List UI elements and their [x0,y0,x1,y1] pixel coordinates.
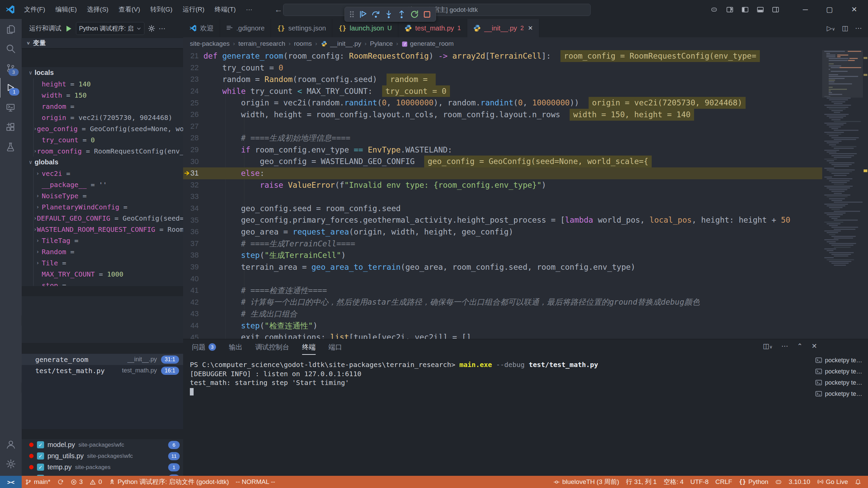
status-item[interactable]: UTF-8 [687,476,712,488]
panel-tab-端口[interactable]: 端口 [329,339,342,355]
menu-item-5[interactable]: 运行(R) [178,3,209,16]
line-number[interactable]: 29 [183,144,203,156]
split-terminal-icon[interactable]: ◫∨ [763,342,772,350]
status-item[interactable]: 3 [67,476,86,488]
settings-gear-icon[interactable] [0,454,22,474]
variable-group-globals[interactable]: ∨globals [22,157,183,168]
status-item[interactable]: Go Live [814,476,851,488]
variable-row[interactable]: ›NoiseType = [34,190,183,201]
status-item[interactable] [851,476,865,488]
variable-row[interactable]: height = 140 [34,78,183,89]
window-close-button[interactable]: ✕ [846,5,862,14]
editor-tab-__init__.py[interactable]: __init__.py2✕ [467,19,539,37]
variable-row[interactable]: ›vec2i = [34,168,183,179]
start-debug-icon[interactable] [65,25,73,33]
command-center-search[interactable]: [扩展开发宿主] godot-ldtk [283,4,591,16]
more-actions-icon[interactable]: ⋯ [781,342,788,350]
line-number[interactable]: 24 [183,85,203,97]
variable-row[interactable]: stop = [34,280,183,286]
line-number[interactable]: 25 [183,97,203,109]
layout-control-icon-4[interactable] [772,6,779,13]
line-number[interactable]: 34 [183,203,203,215]
variable-group-locals[interactable]: ∨locals [22,67,183,78]
breadcrumb-item[interactable]: Pylance [370,40,393,47]
activity-files-icon[interactable] [0,19,21,39]
line-number[interactable]: 28 [183,132,203,144]
breadcrumb-item[interactable]: fgenerate_room [401,40,454,47]
variable-row[interactable]: width = 150 [34,89,183,101]
debug-config-dropdown[interactable]: Python 调试程序: 启 [76,22,144,35]
line-number[interactable]: 41 [183,285,203,297]
panel-tab-问题[interactable]: 问题3 [192,339,216,355]
editor-tab-test_math.py[interactable]: test_math.py1 [398,19,468,37]
editor-tab-.gdignore[interactable]: .gdignore [220,19,271,37]
line-number[interactable]: 39 [183,261,203,273]
activity-extensions-icon[interactable] [0,117,21,137]
menu-item-0[interactable]: 文件(F) [20,3,50,16]
terminal-session-item[interactable]: pocketpy te… [815,388,866,400]
status-item[interactable]: 空格: 4 [660,476,687,488]
variable-row[interactable]: ›WASTELAND_ROOM_REQUEST_CONFIG = RoomR… [34,224,183,235]
variable-row[interactable]: ›TileTag = [34,235,183,246]
breakpoint-row[interactable]: ✓temp.pysite-packages1 [22,462,183,473]
variable-row[interactable]: try_count = 0 [34,134,183,145]
line-number[interactable]: 42 [183,296,203,308]
breadcrumb-item[interactable]: __init__.py [320,40,361,47]
breakpoint-checkbox[interactable]: ✓ [37,441,44,448]
close-panel-icon[interactable]: ✕ [811,342,817,350]
split-editor-icon[interactable]: ◫ [842,24,848,32]
status-item[interactable] [772,476,785,488]
panel-tab-输出[interactable]: 输出 [229,339,242,355]
line-number[interactable]: 38 [183,249,203,261]
variable-row[interactable]: ›PlanetaryWindConfig = [34,201,183,212]
debug-gear-icon[interactable] [148,25,155,32]
menu-item-6[interactable]: 终端(T) [210,3,240,16]
status-item[interactable]: main* [22,476,54,488]
terminal-session-item[interactable]: pocketpy te… [815,366,866,377]
line-number[interactable]: 35 [183,214,203,226]
debug-restart-icon[interactable] [410,10,419,19]
variable-row[interactable]: ›Tile = [34,257,183,268]
variable-row[interactable]: ›room_config = RoomRequestConfig(env_t… [34,145,183,157]
line-number[interactable]: 32 [183,179,203,191]
line-number[interactable]: 36 [183,226,203,238]
status-item[interactable]: Python 调试程序: 启动文件 (godot-ldtk) [105,476,232,488]
breadcrumb-item[interactable]: terrain_research [238,40,285,47]
layout-control-icon-2[interactable] [742,6,749,13]
editor-tab-launch.json[interactable]: {}launch.jsonU [332,19,398,37]
variable-row[interactable]: random = [34,101,183,112]
account-icon[interactable] [0,434,22,454]
terminal-session-item[interactable]: pocketpy te… [815,377,866,388]
line-number[interactable]: 43 [183,308,203,320]
breakpoint-checkbox[interactable]: ✓ [37,464,44,471]
more-actions-icon[interactable]: ⋯ [855,24,862,32]
variable-row[interactable]: MAX_TRY_COUNT = 1000 [34,268,183,280]
breadcrumb-item[interactable]: site-packages [190,40,230,47]
line-number[interactable]: 40 [183,273,203,285]
line-number[interactable]: 23 [183,74,203,85]
debug-stepout-icon[interactable] [397,10,406,19]
status-item[interactable]: CRLF [712,476,736,488]
status-item[interactable]: 行 31, 列 1 [623,476,660,488]
line-number[interactable]: 22 [183,62,203,74]
layout-control-icon-3[interactable] [757,6,764,13]
callstack-frame[interactable]: generate_room__init__.py31:1 [22,354,183,365]
line-number[interactable]: 26 [183,109,203,121]
editor-tab-settings.json[interactable]: {}settings.json [271,19,332,37]
line-number[interactable]: 27 [183,121,203,133]
status-item[interactable]: 3.10.10 [785,476,813,488]
panel-tab-调试控制台[interactable]: 调试控制台 [255,339,289,355]
more-actions-icon[interactable]: ⋯ [159,24,165,33]
line-number[interactable]: 30 [183,156,203,167]
window-restore-button[interactable]: ▢ [822,5,838,14]
activity-test-beaker-icon[interactable] [0,137,21,157]
variable-row[interactable]: __package__ = '' [34,179,183,190]
terminal-output[interactable]: PS C:\computer_science\godot-ldtk\site-p… [190,360,814,396]
activity-source-control-icon[interactable]: 3 [0,58,21,78]
line-number[interactable]: 21 [183,50,203,62]
line-number[interactable]: 45 [183,331,203,339]
breakpoint-row[interactable]: ✓png_utils.pysite-packages\wfc11 [22,450,183,462]
menu-item-4[interactable]: 转到(G) [146,3,177,16]
window-minimize-button[interactable]: ─ [798,5,813,14]
status-item[interactable] [54,476,67,488]
